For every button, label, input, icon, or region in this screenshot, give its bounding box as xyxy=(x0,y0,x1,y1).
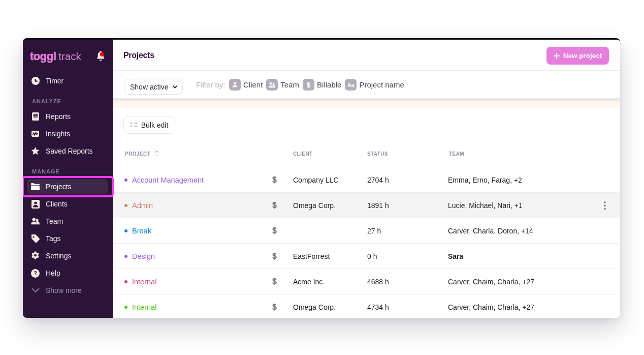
svg-text:?: ? xyxy=(34,270,37,276)
